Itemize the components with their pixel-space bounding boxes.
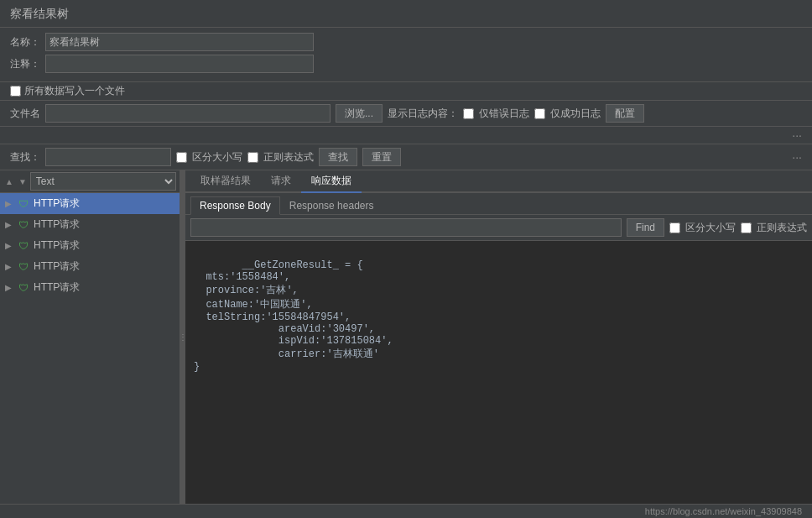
tree-item[interactable]: ▶ 🛡 HTTP请求 bbox=[0, 277, 180, 298]
main-container: 察看结果树 名称： 注释： 所有数据写入一个文件 文件名 浏览... 显示日志内… bbox=[0, 0, 812, 518]
main-tabs-bar: 取样器结果 请求 响应数据 bbox=[185, 170, 812, 193]
case-sensitive-checkbox[interactable] bbox=[176, 152, 187, 163]
title-bar: 察看结果树 bbox=[0, 0, 812, 28]
file-input[interactable] bbox=[45, 104, 331, 123]
shield-icon: 🛡 bbox=[17, 198, 30, 210]
response-regex-label: 正则表达式 bbox=[757, 221, 807, 235]
comment-row: 注释： bbox=[10, 55, 802, 73]
tree-item[interactable]: ▶ 🛡 HTTP请求 bbox=[0, 193, 180, 214]
search-label: 查找： bbox=[10, 150, 40, 165]
search-row: 查找： 区分大小写 正则表达式 查找 重置 ··· bbox=[0, 144, 812, 170]
response-case-checkbox[interactable] bbox=[669, 222, 680, 233]
sub-tabs-bar: Response Body Response headers bbox=[185, 193, 812, 215]
tree-item-label: HTTP请求 bbox=[34, 259, 80, 274]
tree-item-label: HTTP请求 bbox=[34, 217, 80, 232]
left-panel: ▲ ▼ Text XML HTML JSON ▶ 🛡 HTTP请求 ▶ 🛡 bbox=[0, 170, 180, 504]
name-row: 名称： bbox=[10, 33, 802, 51]
success-log-label: 仅成功日志 bbox=[550, 107, 601, 121]
search-more-icon[interactable]: ··· bbox=[792, 150, 802, 164]
find-button[interactable]: 查找 bbox=[319, 148, 357, 166]
expand-arrow-icon: ▶ bbox=[5, 241, 13, 250]
name-label: 名称： bbox=[10, 35, 40, 50]
shield-icon: 🛡 bbox=[17, 261, 30, 273]
tree-item[interactable]: ▶ 🛡 HTTP请求 bbox=[0, 214, 180, 235]
expand-arrow-icon: ▶ bbox=[5, 283, 13, 292]
case-sensitive-label: 区分大小写 bbox=[192, 150, 242, 165]
file-row: 文件名 浏览... 显示日志内容： 仅错误日志 仅成功日志 配置 bbox=[0, 101, 812, 127]
regex-checkbox[interactable] bbox=[247, 152, 258, 163]
shield-icon: 🛡 bbox=[17, 240, 30, 252]
footer-url: https://blog.csdn.net/weixin_43909848 bbox=[645, 506, 802, 516]
log-content-label: 显示日志内容： bbox=[388, 107, 458, 121]
comment-label: 注释： bbox=[10, 57, 40, 71]
more-options-icon[interactable]: ··· bbox=[792, 128, 802, 142]
tree-list: ▶ 🛡 HTTP请求 ▶ 🛡 HTTP请求 ▶ 🛡 HTTP请求 ▶ 🛡 bbox=[0, 193, 180, 504]
response-code-area: __GetZoneResult_ = { mts:'1558484', prov… bbox=[185, 241, 812, 504]
right-panel: 取样器结果 请求 响应数据 Response Body Response hea… bbox=[185, 170, 812, 504]
success-log-checkbox[interactable] bbox=[534, 108, 545, 119]
all-data-section: 所有数据写入一个文件 bbox=[0, 82, 812, 101]
form-section: 名称： 注释： bbox=[0, 28, 812, 82]
tab-request[interactable]: 请求 bbox=[261, 170, 301, 193]
all-data-checkbox[interactable] bbox=[10, 86, 21, 97]
response-case-label: 区分大小写 bbox=[685, 221, 736, 235]
expand-arrow-icon: ▶ bbox=[5, 220, 13, 229]
tab-sampler-result[interactable]: 取样器结果 bbox=[190, 170, 261, 193]
comment-input[interactable] bbox=[45, 55, 314, 73]
error-log-checkbox[interactable] bbox=[463, 108, 474, 119]
sub-tab-response-headers[interactable]: Response headers bbox=[280, 196, 383, 214]
expand-arrow-icon: ▶ bbox=[5, 262, 13, 271]
response-find-button[interactable]: Find bbox=[627, 218, 664, 237]
shield-icon: 🛡 bbox=[17, 219, 30, 231]
collapse-all-button[interactable]: ▼ bbox=[17, 177, 29, 186]
content-area: ▲ ▼ Text XML HTML JSON ▶ 🛡 HTTP请求 ▶ 🛡 bbox=[0, 170, 812, 504]
response-code-content: __GetZoneResult_ = { mts:'1558484', prov… bbox=[194, 259, 393, 373]
sub-tab-response-body[interactable]: Response Body bbox=[190, 196, 280, 215]
expand-arrow-icon: ▶ bbox=[5, 199, 13, 208]
error-log-label: 仅错误日志 bbox=[479, 107, 529, 121]
left-panel-toolbar: ▲ ▼ Text XML HTML JSON bbox=[0, 170, 180, 193]
regex-label: 正则表达式 bbox=[263, 150, 314, 165]
tree-item-label: HTTP请求 bbox=[34, 238, 80, 253]
search-input[interactable] bbox=[45, 148, 171, 166]
expand-all-button[interactable]: ▲ bbox=[3, 177, 15, 186]
tree-item[interactable]: ▶ 🛡 HTTP请求 bbox=[0, 256, 180, 277]
view-type-select[interactable]: Text XML HTML JSON bbox=[30, 172, 176, 191]
tree-item-label: HTTP请求 bbox=[34, 196, 80, 211]
tab-response-data[interactable]: 响应数据 bbox=[301, 170, 362, 193]
all-data-label: 所有数据写入一个文件 bbox=[24, 84, 125, 98]
config-button[interactable]: 配置 bbox=[606, 104, 644, 123]
tree-item[interactable]: ▶ 🛡 HTTP请求 bbox=[0, 235, 180, 256]
file-label: 文件名 bbox=[10, 107, 40, 121]
reset-button[interactable]: 重置 bbox=[362, 148, 401, 166]
browse-button[interactable]: 浏览... bbox=[336, 104, 383, 123]
response-search-bar: Find 区分大小写 正则表达式 bbox=[185, 215, 812, 241]
tree-item-label: HTTP请求 bbox=[34, 280, 80, 295]
footer: https://blog.csdn.net/weixin_43909848 bbox=[0, 504, 812, 518]
page-title: 察看结果树 bbox=[10, 7, 802, 22]
response-search-input[interactable] bbox=[190, 218, 622, 237]
response-regex-checkbox[interactable] bbox=[741, 222, 752, 233]
name-input[interactable] bbox=[45, 33, 314, 51]
shield-icon: 🛡 bbox=[17, 282, 30, 294]
